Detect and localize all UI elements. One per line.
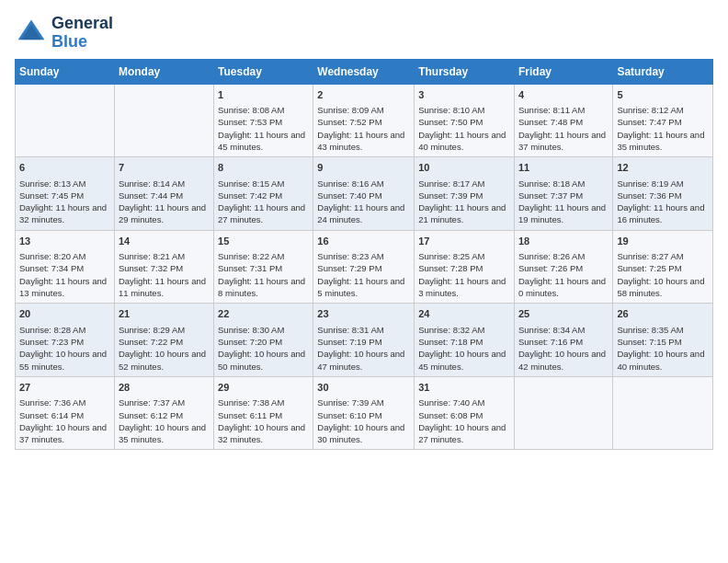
calendar-cell: 14Sunrise: 8:21 AM Sunset: 7:32 PM Dayli… <box>114 230 213 304</box>
day-content: Sunrise: 8:32 AM Sunset: 7:18 PM Dayligh… <box>418 324 510 373</box>
day-content: Sunrise: 8:09 AM Sunset: 7:52 PM Dayligh… <box>317 104 410 153</box>
day-number: 11 <box>518 161 609 175</box>
day-number: 25 <box>518 307 609 321</box>
day-number: 13 <box>19 235 110 248</box>
day-content: Sunrise: 8:22 AM Sunset: 7:31 PM Dayligh… <box>218 250 309 299</box>
calendar-cell: 12Sunrise: 8:19 AM Sunset: 7:36 PM Dayli… <box>613 157 713 231</box>
day-number: 14 <box>119 235 210 248</box>
day-content: Sunrise: 8:11 AM Sunset: 7:48 PM Dayligh… <box>518 104 609 153</box>
day-number: 27 <box>19 381 110 395</box>
day-content: Sunrise: 8:10 AM Sunset: 7:50 PM Dayligh… <box>418 104 510 153</box>
calendar-week-row: 27Sunrise: 7:36 AM Sunset: 6:14 PM Dayli… <box>16 376 713 450</box>
day-content: Sunrise: 8:30 AM Sunset: 7:20 PM Dayligh… <box>218 324 309 373</box>
day-number: 5 <box>617 88 709 102</box>
day-number: 3 <box>418 88 510 102</box>
day-content: Sunrise: 8:35 AM Sunset: 7:15 PM Dayligh… <box>617 324 709 373</box>
day-number: 2 <box>317 88 410 102</box>
day-number: 6 <box>19 161 110 175</box>
calendar-cell: 4Sunrise: 8:11 AM Sunset: 7:48 PM Daylig… <box>514 84 612 157</box>
header-monday: Monday <box>114 59 213 84</box>
calendar-cell <box>613 376 713 450</box>
header-thursday: Thursday <box>415 59 515 84</box>
day-number: 20 <box>19 307 110 321</box>
calendar-cell: 25Sunrise: 8:34 AM Sunset: 7:16 PM Dayli… <box>514 304 612 377</box>
calendar-cell: 24Sunrise: 8:32 AM Sunset: 7:18 PM Dayli… <box>415 304 515 377</box>
day-content: Sunrise: 8:14 AM Sunset: 7:44 PM Dayligh… <box>119 178 210 226</box>
day-content: Sunrise: 8:13 AM Sunset: 7:45 PM Dayligh… <box>19 178 110 226</box>
day-content: Sunrise: 8:21 AM Sunset: 7:32 PM Dayligh… <box>119 250 210 299</box>
header-sunday: Sunday <box>16 59 115 84</box>
day-number: 15 <box>218 235 309 248</box>
calendar-week-row: 6Sunrise: 8:13 AM Sunset: 7:45 PM Daylig… <box>16 157 713 231</box>
day-number: 12 <box>617 161 709 175</box>
day-content: Sunrise: 8:20 AM Sunset: 7:34 PM Dayligh… <box>19 250 110 299</box>
day-number: 19 <box>617 235 709 248</box>
calendar-table: SundayMondayTuesdayWednesdayThursdayFrid… <box>15 59 713 451</box>
calendar-week-row: 13Sunrise: 8:20 AM Sunset: 7:34 PM Dayli… <box>16 230 713 304</box>
day-number: 7 <box>119 161 210 175</box>
calendar-cell: 20Sunrise: 8:28 AM Sunset: 7:23 PM Dayli… <box>16 304 115 377</box>
calendar-cell: 5Sunrise: 8:12 AM Sunset: 7:47 PM Daylig… <box>613 84 713 157</box>
page-header: General Blue <box>15 15 713 52</box>
day-content: Sunrise: 7:36 AM Sunset: 6:14 PM Dayligh… <box>19 396 110 445</box>
day-number: 16 <box>317 235 410 248</box>
day-content: Sunrise: 8:26 AM Sunset: 7:26 PM Dayligh… <box>518 250 609 299</box>
logo: General Blue <box>15 15 113 52</box>
header-wednesday: Wednesday <box>313 59 415 84</box>
day-content: Sunrise: 8:31 AM Sunset: 7:19 PM Dayligh… <box>317 324 410 373</box>
header-friday: Friday <box>514 59 612 84</box>
calendar-cell: 17Sunrise: 8:25 AM Sunset: 7:28 PM Dayli… <box>415 230 515 304</box>
day-content: Sunrise: 7:37 AM Sunset: 6:12 PM Dayligh… <box>119 396 210 445</box>
logo-text: General Blue <box>51 15 113 52</box>
calendar-cell: 27Sunrise: 7:36 AM Sunset: 6:14 PM Dayli… <box>16 376 115 450</box>
day-content: Sunrise: 8:12 AM Sunset: 7:47 PM Dayligh… <box>617 104 709 153</box>
calendar-cell: 19Sunrise: 8:27 AM Sunset: 7:25 PM Dayli… <box>613 230 713 304</box>
calendar-week-row: 20Sunrise: 8:28 AM Sunset: 7:23 PM Dayli… <box>16 304 713 377</box>
calendar-cell: 28Sunrise: 7:37 AM Sunset: 6:12 PM Dayli… <box>114 376 213 450</box>
calendar-cell: 21Sunrise: 8:29 AM Sunset: 7:22 PM Dayli… <box>114 304 213 377</box>
day-number: 17 <box>418 235 510 248</box>
day-number: 9 <box>317 161 410 175</box>
calendar-cell: 6Sunrise: 8:13 AM Sunset: 7:45 PM Daylig… <box>16 157 115 231</box>
day-number: 28 <box>119 381 210 395</box>
calendar-cell: 23Sunrise: 8:31 AM Sunset: 7:19 PM Dayli… <box>313 304 415 377</box>
day-content: Sunrise: 7:38 AM Sunset: 6:11 PM Dayligh… <box>218 396 309 445</box>
calendar-cell: 15Sunrise: 8:22 AM Sunset: 7:31 PM Dayli… <box>214 230 313 304</box>
calendar-cell: 1Sunrise: 8:08 AM Sunset: 7:53 PM Daylig… <box>214 84 313 157</box>
day-content: Sunrise: 7:39 AM Sunset: 6:10 PM Dayligh… <box>317 396 410 445</box>
calendar-cell: 11Sunrise: 8:18 AM Sunset: 7:37 PM Dayli… <box>514 157 612 231</box>
day-number: 18 <box>518 235 609 248</box>
day-number: 22 <box>218 307 309 321</box>
calendar-week-row: 1Sunrise: 8:08 AM Sunset: 7:53 PM Daylig… <box>16 84 713 157</box>
day-number: 26 <box>617 307 709 321</box>
day-number: 31 <box>418 381 510 395</box>
day-number: 30 <box>317 381 410 395</box>
calendar-cell: 10Sunrise: 8:17 AM Sunset: 7:39 PM Dayli… <box>415 157 515 231</box>
calendar-cell: 13Sunrise: 8:20 AM Sunset: 7:34 PM Dayli… <box>16 230 115 304</box>
calendar-cell <box>514 376 612 450</box>
day-content: Sunrise: 8:17 AM Sunset: 7:39 PM Dayligh… <box>418 178 510 226</box>
logo-icon <box>15 17 48 50</box>
calendar-cell <box>114 84 213 157</box>
calendar-cell <box>16 84 115 157</box>
day-number: 4 <box>518 88 609 102</box>
calendar-header-row: SundayMondayTuesdayWednesdayThursdayFrid… <box>16 59 713 84</box>
day-content: Sunrise: 8:29 AM Sunset: 7:22 PM Dayligh… <box>119 324 210 373</box>
calendar-cell: 22Sunrise: 8:30 AM Sunset: 7:20 PM Dayli… <box>214 304 313 377</box>
day-content: Sunrise: 8:18 AM Sunset: 7:37 PM Dayligh… <box>518 178 609 226</box>
calendar-cell: 31Sunrise: 7:40 AM Sunset: 6:08 PM Dayli… <box>415 376 515 450</box>
day-content: Sunrise: 8:08 AM Sunset: 7:53 PM Dayligh… <box>218 104 309 153</box>
day-content: Sunrise: 8:19 AM Sunset: 7:36 PM Dayligh… <box>617 178 709 226</box>
day-number: 10 <box>418 161 510 175</box>
day-number: 21 <box>119 307 210 321</box>
calendar-cell: 7Sunrise: 8:14 AM Sunset: 7:44 PM Daylig… <box>114 157 213 231</box>
calendar-cell: 18Sunrise: 8:26 AM Sunset: 7:26 PM Dayli… <box>514 230 612 304</box>
calendar-cell: 3Sunrise: 8:10 AM Sunset: 7:50 PM Daylig… <box>415 84 515 157</box>
day-content: Sunrise: 7:40 AM Sunset: 6:08 PM Dayligh… <box>418 396 510 445</box>
calendar-cell: 9Sunrise: 8:16 AM Sunset: 7:40 PM Daylig… <box>313 157 415 231</box>
header-tuesday: Tuesday <box>214 59 313 84</box>
day-content: Sunrise: 8:27 AM Sunset: 7:25 PM Dayligh… <box>617 250 709 299</box>
day-number: 8 <box>218 161 309 175</box>
day-content: Sunrise: 8:23 AM Sunset: 7:29 PM Dayligh… <box>317 250 410 299</box>
day-content: Sunrise: 8:15 AM Sunset: 7:42 PM Dayligh… <box>218 178 309 226</box>
